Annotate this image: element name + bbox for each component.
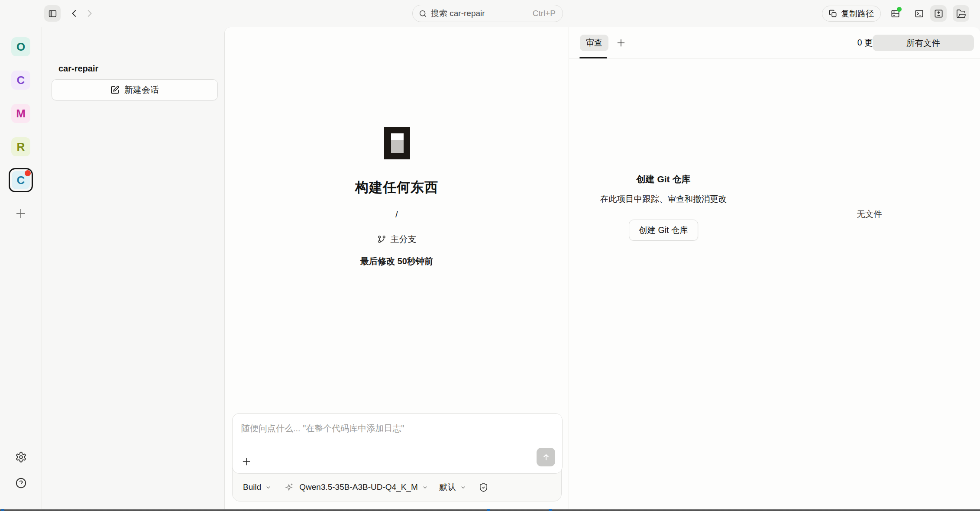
workspace-letter: C	[17, 174, 25, 187]
app-window: 搜索 car-repair Ctrl+P 复制路径	[0, 0, 980, 511]
settings-button[interactable]	[15, 451, 27, 463]
model-selector[interactable]: Qwen3.5-35B-A3B-UD-Q4_K_M	[285, 482, 428, 492]
diff-icon	[934, 9, 944, 19]
mode-selector[interactable]: Build	[243, 482, 272, 492]
safety-button[interactable]	[479, 482, 488, 492]
main-card: 构建任何东西 / 主分支 最后修改 50秒钟前	[224, 27, 980, 509]
plus-icon	[14, 207, 27, 220]
app-logo-window	[391, 133, 404, 153]
workspace-item-c1[interactable]: C	[11, 71, 30, 90]
files-header: 0 更改 所有文件	[758, 27, 980, 58]
project-name: car-repair	[58, 64, 98, 74]
terminal-icon	[914, 9, 924, 19]
plus-icon	[241, 456, 252, 467]
all-files-button[interactable]: 所有文件	[873, 35, 974, 51]
review-header: 审查	[569, 27, 758, 58]
taskbar-sliver-mark	[487, 509, 490, 511]
workspace-letter: C	[17, 74, 25, 87]
green-status-dot	[897, 7, 902, 12]
copy-path-button[interactable]: 复制路径	[822, 6, 881, 22]
help-circle-icon	[15, 477, 27, 489]
workspace-letter: M	[16, 107, 26, 120]
workspace-item-c2-selected[interactable]: C	[9, 168, 33, 192]
folder-open-icon	[956, 9, 966, 19]
new-session-button[interactable]: 新建会话	[52, 79, 218, 100]
chevron-down-icon	[460, 484, 466, 491]
terminal-button[interactable]	[911, 5, 927, 22]
copy-path-label: 复制路径	[841, 8, 874, 19]
branch-row: 主分支	[225, 233, 569, 245]
send-button[interactable]	[537, 448, 555, 466]
git-branch-icon	[377, 235, 386, 244]
workspace-item-m[interactable]: M	[11, 104, 30, 123]
chevron-down-icon	[422, 484, 428, 491]
branch-label: 主分支	[391, 233, 417, 245]
files-panel: 0 更改 所有文件 无文件	[758, 27, 980, 509]
compose-icon	[110, 85, 120, 94]
gear-icon	[15, 451, 27, 463]
create-git-repo-button[interactable]: 创建 Git 仓库	[629, 220, 698, 241]
workspace-letter: O	[16, 40, 25, 54]
workspace-rail: O C M R C	[0, 27, 42, 509]
permission-selector[interactable]: 默认	[440, 482, 466, 493]
nav-back-button[interactable]	[68, 7, 81, 19]
rail-bottom-actions	[15, 451, 27, 509]
files-panel-button[interactable]	[953, 5, 969, 22]
sparkles-icon	[285, 482, 294, 492]
taskbar-sliver-mark	[1, 509, 4, 511]
shield-check-icon	[479, 482, 488, 492]
session-column: 构建任何东西 / 主分支 最后修改 50秒钟前	[225, 27, 569, 509]
composer-toolbar: Build Qwen3.5-35B-A3B-UD-Q4_K_M	[233, 473, 561, 501]
arrow-up-icon	[541, 453, 551, 462]
chevron-right-icon	[84, 9, 94, 18]
search-placeholder: 搜索 car-repair	[431, 8, 485, 19]
composer: Build Qwen3.5-35B-A3B-UD-Q4_K_M	[232, 413, 562, 501]
review-panel: 审查 创建 Git 仓库 在此项目中跟踪、审查和撤消更改 创建 Git 仓库	[569, 27, 758, 509]
chevron-down-icon	[265, 484, 272, 491]
add-workspace-button[interactable]	[11, 204, 30, 223]
app-logo	[384, 127, 410, 159]
help-button[interactable]	[15, 477, 27, 489]
app-logo-shade	[391, 140, 404, 153]
taskbar-sliver-mark	[549, 509, 552, 511]
new-session-label: 新建会话	[124, 84, 159, 96]
sidebar-toggle-button[interactable]	[44, 5, 61, 22]
files-empty-label: 无文件	[758, 208, 980, 220]
copy-icon	[829, 10, 837, 18]
git-empty-description: 在此项目中跟踪、审查和撤消更改	[569, 193, 758, 205]
model-label: Qwen3.5-35B-A3B-UD-Q4_K_M	[299, 482, 418, 492]
changes-panel-button[interactable]	[887, 5, 903, 22]
last-modified-label: 最后修改 50秒钟前	[225, 256, 569, 267]
sessions-panel: car-repair /workspace/car-repair 新建会话	[42, 27, 224, 509]
active-tab-indicator	[579, 57, 607, 58]
tab-review[interactable]: 审查	[580, 35, 608, 51]
notification-dot	[25, 170, 31, 176]
search-shortcut: Ctrl+P	[533, 9, 556, 18]
plus-icon	[615, 37, 627, 49]
attach-button[interactable]	[240, 456, 252, 468]
path-separator: /	[225, 209, 569, 220]
search-input[interactable]: 搜索 car-repair Ctrl+P	[412, 5, 563, 22]
empty-state-headline: 构建任何东西	[225, 178, 569, 197]
workspace-avatar: C	[12, 171, 30, 189]
new-tab-button[interactable]	[615, 37, 627, 49]
bottom-window-edge	[0, 509, 980, 511]
nav-forward-button[interactable]	[83, 7, 95, 19]
top-bar: 搜索 car-repair Ctrl+P 复制路径	[0, 0, 980, 27]
review-tab-label: 审查	[586, 37, 602, 49]
workspace-item-o[interactable]: O	[11, 37, 30, 56]
search-icon	[419, 10, 427, 18]
prompt-textarea[interactable]	[233, 414, 562, 445]
chevron-left-icon	[70, 9, 79, 18]
git-empty-title: 创建 Git 仓库	[569, 173, 758, 185]
permission-label: 默认	[440, 482, 456, 493]
sidebar-toggle-icon	[48, 9, 57, 18]
prompt-input-box[interactable]	[232, 413, 563, 474]
diff-panel-button[interactable]	[930, 5, 947, 22]
workspace-letter: R	[17, 140, 25, 154]
workspace-item-r[interactable]: R	[11, 137, 30, 156]
mode-label: Build	[243, 482, 261, 492]
